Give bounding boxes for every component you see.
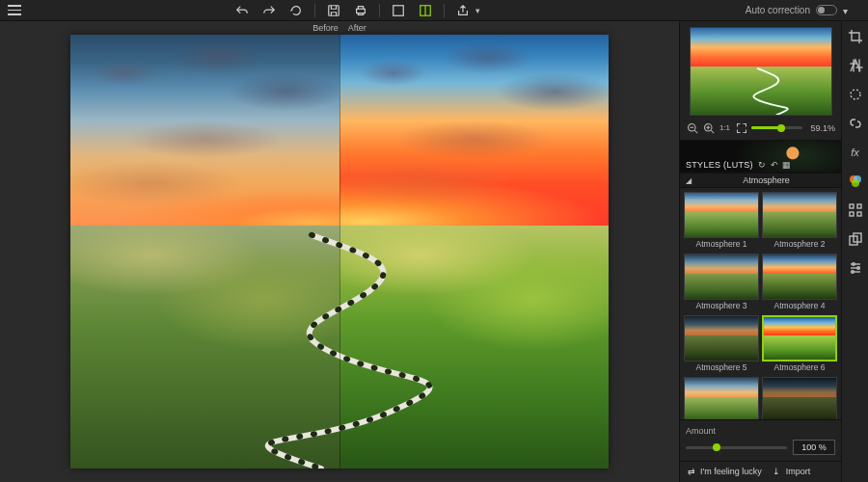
styles-panel-title: STYLES (LUTS) bbox=[686, 160, 753, 170]
preset-label: Atmosphere 5 bbox=[684, 362, 759, 374]
preset-thumb[interactable] bbox=[762, 377, 837, 419]
preset-list: Atmosphere 1Atmosphere 2Atmosphere 3Atmo… bbox=[680, 188, 841, 419]
preset-thumb[interactable]: Atmosphere 3 bbox=[684, 254, 759, 312]
import-button[interactable]: ⤓ Import bbox=[772, 466, 811, 476]
auto-correction-chevron-icon[interactable]: ▾ bbox=[843, 6, 853, 15]
svg-rect-1 bbox=[357, 9, 366, 13]
print-button[interactable] bbox=[352, 2, 369, 19]
save-button[interactable] bbox=[325, 2, 342, 19]
zoom-in-icon[interactable] bbox=[702, 121, 715, 134]
preset-thumb[interactable]: Atmosphere 1 bbox=[684, 192, 759, 251]
svg-rect-2 bbox=[393, 5, 404, 15]
adjust-tool-icon[interactable] bbox=[846, 56, 865, 75]
amount-slider[interactable] bbox=[686, 446, 787, 449]
compare-divider[interactable] bbox=[339, 35, 340, 469]
amount-control: Amount 100 % bbox=[680, 419, 841, 461]
styles-undo-icon[interactable]: ↶ bbox=[770, 160, 779, 170]
before-image bbox=[70, 35, 339, 469]
zoom-slider[interactable] bbox=[751, 126, 802, 129]
compare-labels: Before After bbox=[0, 21, 679, 35]
zoom-out-icon[interactable] bbox=[686, 121, 698, 134]
feeling-lucky-button[interactable]: ⇄ I'm feeling lucky bbox=[686, 466, 762, 476]
panel-footer: ⇄ I'm feeling lucky ⤓ Import bbox=[680, 461, 841, 482]
preset-thumb[interactable]: Atmosphere 5 bbox=[684, 315, 759, 374]
svg-line-6 bbox=[694, 130, 697, 133]
toolbar: ▾ bbox=[233, 2, 480, 19]
separator bbox=[444, 4, 445, 17]
divider-handle-icon[interactable]: ▴ bbox=[335, 478, 344, 482]
styles-grid-icon[interactable]: ▦ bbox=[782, 160, 792, 170]
svg-point-12 bbox=[851, 90, 860, 99]
after-label: After bbox=[346, 23, 368, 33]
preset-group-name: Atmosphere bbox=[697, 175, 835, 185]
preset-label: Atmosphere 3 bbox=[684, 300, 759, 312]
canvas-area: Before After bbox=[0, 21, 679, 482]
redo-button[interactable] bbox=[260, 2, 278, 19]
clone-tool-icon[interactable] bbox=[846, 229, 865, 249]
preset-thumb[interactable]: Atmosphere 6 bbox=[762, 315, 837, 374]
split-view-button[interactable] bbox=[417, 2, 434, 19]
styles-refresh-icon[interactable]: ↻ bbox=[757, 160, 767, 170]
sliders-tool-icon[interactable] bbox=[846, 258, 865, 278]
zoom-controls: 1:1 59.1% bbox=[680, 120, 841, 140]
styles-panel-header: STYLES (LUTS) ↻ ↶ ▦ bbox=[680, 140, 841, 173]
right-panel: 1:1 59.1% STYLES (LUTS) ↻ ↶ ▦ bbox=[679, 21, 868, 482]
single-view-button[interactable] bbox=[390, 2, 407, 19]
marquee-tool-icon[interactable] bbox=[846, 85, 865, 104]
fx-tool-icon[interactable]: fx bbox=[846, 143, 865, 162]
app-root: ▾ Auto correction ▾ Before After bbox=[0, 0, 868, 482]
separator bbox=[379, 4, 380, 17]
toolstrip: fx bbox=[841, 21, 868, 482]
canvas[interactable] bbox=[70, 35, 609, 469]
shuffle-icon: ⇄ bbox=[686, 466, 696, 476]
zoom-percent: 59.1% bbox=[806, 123, 835, 133]
auto-correction-label: Auto correction bbox=[746, 5, 810, 15]
preset-thumb[interactable] bbox=[684, 377, 759, 419]
link-tool-icon[interactable] bbox=[846, 114, 865, 133]
after-image bbox=[339, 35, 609, 469]
main: Before After bbox=[0, 21, 868, 482]
preset-label: Atmosphere 2 bbox=[762, 238, 837, 251]
feeling-lucky-label: I'm feeling lucky bbox=[700, 467, 762, 476]
navigator bbox=[680, 21, 841, 120]
svg-rect-18 bbox=[850, 212, 854, 216]
amount-value[interactable]: 100 % bbox=[793, 440, 835, 455]
preset-label: Atmosphere 6 bbox=[762, 362, 837, 374]
svg-rect-0 bbox=[329, 5, 339, 15]
zoom-1to1-icon[interactable]: 1:1 bbox=[719, 121, 731, 134]
preset-group-header[interactable]: ◢ Atmosphere bbox=[680, 173, 841, 188]
undo-button[interactable] bbox=[233, 2, 251, 19]
amount-label: Amount bbox=[686, 426, 835, 436]
color-tool-icon[interactable] bbox=[846, 172, 865, 191]
auto-correction: Auto correction ▾ bbox=[746, 5, 853, 15]
svg-rect-19 bbox=[857, 212, 861, 216]
auto-correction-toggle[interactable] bbox=[816, 5, 837, 15]
separator bbox=[314, 4, 315, 17]
zoom-fit-icon[interactable] bbox=[735, 121, 747, 134]
preset-thumb[interactable]: Atmosphere 4 bbox=[762, 254, 837, 312]
crop-tool-icon[interactable] bbox=[846, 27, 865, 46]
import-icon: ⤓ bbox=[772, 466, 782, 476]
collapse-icon: ◢ bbox=[686, 176, 692, 185]
preset-thumb[interactable]: Atmosphere 2 bbox=[762, 192, 837, 251]
svg-point-15 bbox=[852, 179, 859, 187]
preset-label: Atmosphere 1 bbox=[684, 238, 759, 251]
svg-rect-17 bbox=[857, 204, 861, 208]
history-button[interactable] bbox=[287, 2, 305, 19]
preset-label: Atmosphere 4 bbox=[762, 300, 837, 312]
menu-icon[interactable] bbox=[6, 3, 23, 17]
share-chevron-icon[interactable]: ▾ bbox=[475, 6, 480, 15]
navigator-preview[interactable] bbox=[690, 27, 832, 116]
import-label: Import bbox=[786, 467, 811, 476]
svg-rect-16 bbox=[850, 204, 854, 208]
grid-tool-icon[interactable] bbox=[846, 201, 865, 220]
share-button[interactable] bbox=[454, 2, 472, 19]
svg-line-9 bbox=[711, 130, 714, 133]
topbar: ▾ Auto correction ▾ bbox=[0, 0, 868, 21]
before-label: Before bbox=[311, 23, 340, 33]
